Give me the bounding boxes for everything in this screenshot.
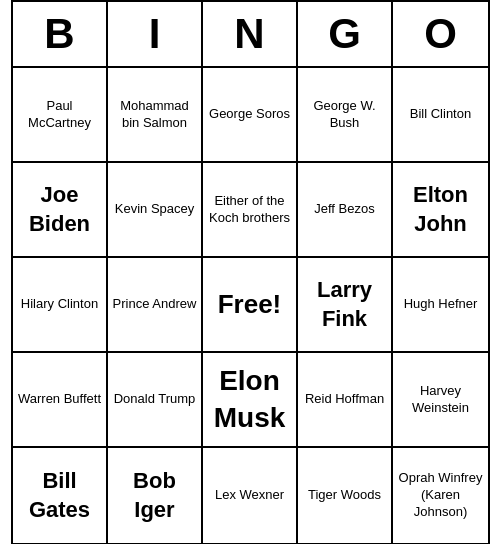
bingo-cell-22: Lex Wexner xyxy=(203,448,298,543)
bingo-letter-o: O xyxy=(393,2,488,66)
bingo-cell-2: George Soros xyxy=(203,68,298,163)
bingo-letter-n: N xyxy=(203,2,298,66)
bingo-cell-1: Mohammad bin Salmon xyxy=(108,68,203,163)
bingo-cell-5: Joe Biden xyxy=(13,163,108,258)
bingo-cell-0: Paul McCartney xyxy=(13,68,108,163)
bingo-letter-i: I xyxy=(108,2,203,66)
bingo-cell-13: Larry Fink xyxy=(298,258,393,353)
bingo-cell-7: Either of the Koch brothers xyxy=(203,163,298,258)
bingo-cell-3: George W. Bush xyxy=(298,68,393,163)
bingo-letter-b: B xyxy=(13,2,108,66)
bingo-cell-24: Oprah Winfrey (Karen Johnson) xyxy=(393,448,488,543)
bingo-cell-16: Donald Trump xyxy=(108,353,203,448)
bingo-cell-12: Free! xyxy=(203,258,298,353)
bingo-cell-9: Elton John xyxy=(393,163,488,258)
bingo-cell-6: Kevin Spacey xyxy=(108,163,203,258)
bingo-cell-21: Bob Iger xyxy=(108,448,203,543)
bingo-cell-8: Jeff Bezos xyxy=(298,163,393,258)
bingo-card: BINGO Paul McCartneyMohammad bin SalmonG… xyxy=(11,0,490,544)
bingo-cell-4: Bill Clinton xyxy=(393,68,488,163)
bingo-grid: Paul McCartneyMohammad bin SalmonGeorge … xyxy=(13,68,488,543)
bingo-cell-10: Hilary Clinton xyxy=(13,258,108,353)
bingo-cell-14: Hugh Hefner xyxy=(393,258,488,353)
bingo-letter-g: G xyxy=(298,2,393,66)
bingo-cell-15: Warren Buffett xyxy=(13,353,108,448)
bingo-cell-11: Prince Andrew xyxy=(108,258,203,353)
bingo-cell-19: Harvey Weinstein xyxy=(393,353,488,448)
bingo-cell-17: Elon Musk xyxy=(203,353,298,448)
bingo-cell-20: Bill Gates xyxy=(13,448,108,543)
bingo-cell-18: Reid Hoffman xyxy=(298,353,393,448)
bingo-cell-23: Tiger Woods xyxy=(298,448,393,543)
bingo-header: BINGO xyxy=(13,2,488,68)
